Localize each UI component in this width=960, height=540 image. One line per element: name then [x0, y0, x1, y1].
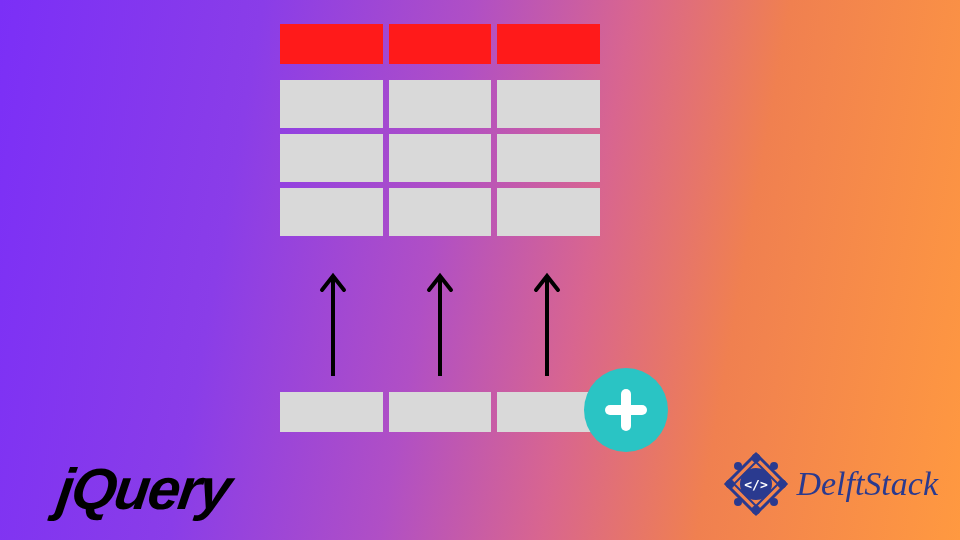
arrows-group [280, 268, 600, 378]
arrow-up-icon [532, 268, 562, 378]
body-cell [280, 188, 383, 236]
body-cell [280, 80, 383, 128]
svg-point-10 [753, 507, 759, 513]
new-cell [389, 392, 492, 432]
jquery-logo: jQuery [53, 455, 234, 522]
svg-point-8 [753, 455, 759, 461]
arrow-up-icon [425, 268, 455, 378]
svg-point-13 [772, 500, 777, 505]
table [280, 24, 600, 242]
body-cell [280, 134, 383, 182]
body-cell [389, 134, 492, 182]
svg-point-12 [772, 464, 777, 469]
delftstack-logo: </> DelftStack [722, 450, 938, 518]
svg-point-11 [727, 481, 733, 487]
svg-point-9 [779, 481, 785, 487]
body-cell [497, 80, 600, 128]
arrow-up-icon [318, 268, 348, 378]
svg-point-14 [736, 500, 741, 505]
delftstack-mark-icon: </> [722, 450, 790, 518]
header-cell [389, 24, 492, 64]
body-cell [389, 188, 492, 236]
new-row [280, 392, 600, 432]
add-row-button[interactable] [584, 368, 668, 452]
body-cell [497, 188, 600, 236]
table-row [280, 188, 600, 236]
table-header-row [280, 24, 600, 64]
header-cell [280, 24, 383, 64]
table-row [280, 134, 600, 182]
code-glyph-icon: </> [745, 477, 769, 492]
table-row [280, 80, 600, 128]
header-cell [497, 24, 600, 64]
svg-point-15 [736, 464, 741, 469]
plus-icon [604, 388, 648, 432]
body-cell [389, 80, 492, 128]
new-cell [280, 392, 383, 432]
delftstack-wordmark: DelftStack [796, 465, 938, 503]
body-cell [497, 134, 600, 182]
diagram-canvas: jQuery [0, 0, 960, 540]
